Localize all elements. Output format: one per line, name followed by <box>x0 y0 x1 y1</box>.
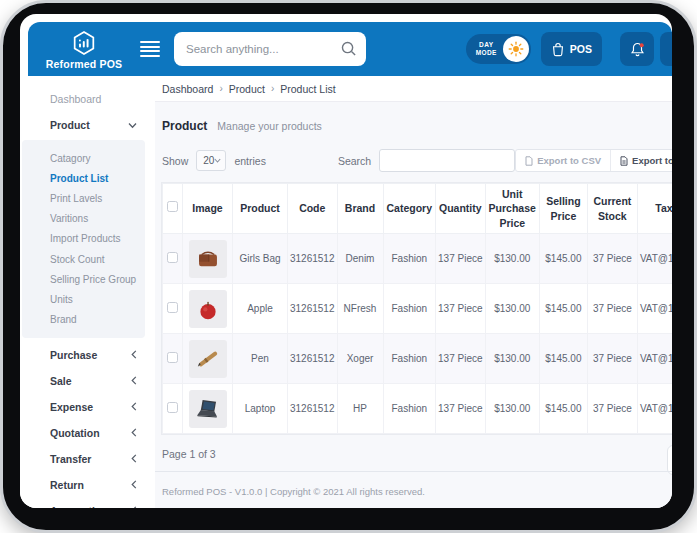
submenu-item-stock-count[interactable]: Stock Count <box>50 249 145 269</box>
cell-current-stock: 37 Piece <box>587 234 637 284</box>
chevron-left-icon <box>131 402 137 411</box>
row-checkbox[interactable] <box>167 302 178 313</box>
table-search-input[interactable] <box>379 149 515 172</box>
breadcrumb-dashboard[interactable]: Dashboard <box>162 83 213 95</box>
bag-image <box>189 240 227 278</box>
day-mode-toggle[interactable]: DAY MODE <box>466 34 531 64</box>
pos-button[interactable]: POS <box>541 32 602 66</box>
cell-tax: VAT@10% <box>637 384 672 434</box>
cell-selling-price: $145.00 <box>539 334 587 384</box>
search-icon[interactable] <box>340 40 357 57</box>
cell-quantity: 137 Piece <box>436 234 486 284</box>
breadcrumb-separator: › <box>271 83 274 94</box>
col-selling-price: Selling Price <box>539 184 587 234</box>
brand-name: Reformed POS <box>46 58 123 70</box>
submenu-item-import-products[interactable]: Import Products <box>50 229 145 249</box>
submenu-item-product-list[interactable]: Product List <box>50 168 145 188</box>
brand[interactable]: Reformed POS <box>28 28 140 70</box>
sidebar-item-product[interactable]: Product <box>20 112 155 138</box>
breadcrumb-separator: › <box>219 83 222 94</box>
sidebar-item-dashboard[interactable]: Dashboard <box>20 86 155 112</box>
cell-tax: VAT@10% <box>637 334 672 384</box>
global-search-input[interactable] <box>174 32 366 66</box>
table-row: Apple 31261512 NFresh Fashion 137 Piece … <box>163 284 673 334</box>
cell-code: 31261512 <box>288 234 338 284</box>
table-controls: Show 20 entries Search Export to CSV <box>162 149 672 172</box>
apple-image <box>189 290 227 328</box>
export-buttons: Export to CSV Export to Excel Print <box>515 149 672 172</box>
sun-icon <box>503 36 529 62</box>
col-category: Category <box>383 184 436 234</box>
product-table: Image Product Code Brand Category Quanti… <box>162 183 672 434</box>
csv-file-icon <box>525 156 533 166</box>
footer-copyright: Reformed POS - V1.0.0 | Copyright © 2021… <box>155 471 672 497</box>
col-brand: Brand <box>337 184 383 234</box>
cell-category: Fashion <box>383 334 436 384</box>
sidebar: Dashboard Product Catagory Product List … <box>20 76 155 508</box>
cell-selling-price: $145.00 <box>539 384 587 434</box>
clipped-topbar-button[interactable] <box>660 32 672 66</box>
hamburger-menu-icon[interactable] <box>140 41 160 57</box>
notifications-button[interactable] <box>620 32 654 66</box>
table-search-label: Search <box>338 155 371 167</box>
row-checkbox[interactable] <box>167 402 178 413</box>
export-csv-button[interactable]: Export to CSV <box>516 150 611 171</box>
cell-tax: VAT@10% <box>637 284 672 334</box>
breadcrumb: Dashboard › Product › Product List <box>155 76 672 102</box>
col-product: Product <box>233 184 288 234</box>
sidebar-item-accounting[interactable]: Accounting <box>20 498 155 508</box>
cell-product: Laptop <box>233 384 288 434</box>
chevron-left-icon <box>131 376 137 385</box>
topbar: Reformed POS DAY MODE <box>28 22 672 76</box>
laptop-image <box>189 390 227 428</box>
caret-down-icon <box>214 158 221 163</box>
submenu-item-brand[interactable]: Brand <box>50 310 145 330</box>
breadcrumb-product[interactable]: Product <box>229 83 265 95</box>
select-all-checkbox[interactable] <box>167 201 178 212</box>
submenu-item-selling-price-group[interactable]: Selling Price Group <box>50 269 145 289</box>
cell-code: 31261512 <box>288 284 338 334</box>
sidebar-item-purchase[interactable]: Purchase <box>20 342 155 368</box>
submenu-item-print-lavels[interactable]: Print Lavels <box>50 188 145 208</box>
table-header-row: Image Product Code Brand Category Quanti… <box>163 184 673 234</box>
submenu-item-catagory[interactable]: Catagory <box>50 148 145 168</box>
col-current-stock: Current Stock <box>587 184 637 234</box>
cell-category: Fashion <box>383 284 436 334</box>
logo-icon <box>71 30 97 56</box>
col-tax: Tax <box>637 184 672 234</box>
cell-code: 31261512 <box>288 334 338 384</box>
product-table-card: Image Product Code Brand Category Quanti… <box>161 182 672 435</box>
entries-per-page-select[interactable]: 20 <box>196 150 226 171</box>
bell-icon <box>629 41 646 58</box>
page-title: Product <box>162 119 207 133</box>
chevron-left-icon <box>131 454 137 463</box>
sidebar-item-transfer[interactable]: Transfer <box>20 446 155 472</box>
sidebar-item-expense[interactable]: Expense <box>20 394 155 420</box>
row-checkbox[interactable] <box>167 352 178 363</box>
cell-tax: VAT@10% <box>637 234 672 284</box>
export-excel-button[interactable]: Export to Excel <box>611 150 672 171</box>
cell-unit-purchase-price: $130.00 <box>485 384 539 434</box>
cell-selling-price: $145.00 <box>539 284 587 334</box>
global-search <box>174 32 366 66</box>
row-checkbox[interactable] <box>167 252 178 263</box>
cell-current-stock: 37 Piece <box>587 284 637 334</box>
sidebar-item-quotation[interactable]: Quotation <box>20 420 155 446</box>
cell-product: Girls Bag <box>233 234 288 284</box>
sidebar-item-sale[interactable]: Sale <box>20 368 155 394</box>
col-image: Image <box>183 184 233 234</box>
submenu-item-varitions[interactable]: Varitions <box>50 209 145 229</box>
submenu-item-units[interactable]: Units <box>50 289 145 309</box>
chevron-left-icon <box>131 428 137 437</box>
breadcrumb-product-list[interactable]: Product List <box>280 83 335 95</box>
sidebar-item-return[interactable]: Return <box>20 472 155 498</box>
cell-quantity: 137 Piece <box>436 334 486 384</box>
cell-quantity: 137 Piece <box>436 284 486 334</box>
page-header: Product Manage your products <box>155 102 672 133</box>
chevron-down-icon <box>128 122 137 129</box>
chevron-left-icon <box>131 350 137 359</box>
pen-image <box>189 340 227 378</box>
cell-brand: Xoger <box>337 334 383 384</box>
cell-unit-purchase-price: $130.00 <box>485 234 539 284</box>
page-subtitle: Manage your products <box>217 120 321 132</box>
